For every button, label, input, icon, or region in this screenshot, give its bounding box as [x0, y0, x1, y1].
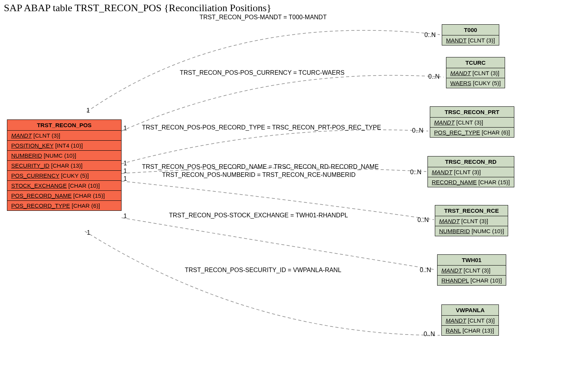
entity-field: SECURITY_ID [CHAR (13)] [7, 161, 121, 171]
cardinality-right: 0..N [410, 169, 421, 176]
cardinality-left: 1 [86, 107, 90, 114]
entity-field: POS_CURRENCY [CUKY (5)] [7, 171, 121, 181]
relation-text: TRST_RECON_POS-STOCK_EXCHANGE = TWH01-RH… [169, 212, 348, 219]
entity-trst-recon-rce: TRST_RECON_RCE MANDT [CLNT (3)]NUMBERID … [435, 205, 508, 236]
entity-field: POSITION_KEY [INT4 (10)] [7, 141, 121, 151]
entity-header: VWPANLA [442, 305, 498, 316]
entity-trsc-recon-prt: TRSC_RECON_PRT MANDT [CLNT (3)]POS_REC_T… [430, 106, 514, 138]
cardinality-right: 0..N [417, 217, 429, 224]
entity-t000: T000 MANDT [CLNT (3)] [442, 24, 499, 45]
entity-field: WAERS [CUKY (5)] [446, 78, 505, 88]
cardinality-right: 0..N [428, 73, 439, 80]
relation-text: TRST_RECON_POS-POS_RECORD_NAME = TRSC_RE… [142, 163, 379, 170]
entity-header: TCURC [446, 57, 505, 68]
entity-field: STOCK_EXCHANGE [CHAR (10)] [7, 181, 121, 191]
page-title: SAP ABAP table TRST_RECON_POS {Reconcili… [4, 2, 272, 14]
relation-text: TRST_RECON_POS-POS_CURRENCY = TCURC-WAER… [180, 69, 345, 76]
relation-text: TRST_RECON_POS-POS_RECORD_TYPE = TRSC_RE… [142, 124, 381, 131]
relation-text: TRST_RECON_POS-NUMBERID = TRST_RECON_RCE… [162, 172, 356, 178]
entity-tcurc: TCURC MANDT [CLNT (3)]WAERS [CUKY (5)] [446, 57, 505, 88]
cardinality-right: 0..N [420, 267, 431, 274]
entity-header: T000 [442, 25, 499, 35]
cardinality-right: 0..N [412, 127, 423, 134]
entity-main-header: TRST_RECON_POS [7, 120, 121, 131]
relation-text: TRST_RECON_POS-MANDT = T000-MANDT [199, 14, 327, 21]
entity-field: NUMBERID [NUMC (10)] [7, 151, 121, 161]
entity-field: MANDT [CLNT (3)] [7, 131, 121, 141]
entity-field: MANDT [CLNT (3)] [428, 167, 514, 177]
entity-field: MANDT [CLNT (3)] [442, 316, 498, 326]
entity-field: NUMBERID [NUMC (10)] [435, 226, 508, 236]
cardinality-left: 1 [123, 213, 127, 220]
entity-header: TRSC_RECON_RD [428, 156, 514, 167]
entity-trsc-recon-rd: TRSC_RECON_RD MANDT [CLNT (3)]RECORD_NAM… [427, 156, 514, 187]
entity-main: TRST_RECON_POS MANDT [CLNT (3)]POSITION_… [7, 119, 122, 211]
entity-twh01: TWH01 MANDT [CLNT (3)]RHANDPL [CHAR (10)… [437, 254, 506, 286]
entity-header: TRSC_RECON_PRT [430, 107, 514, 118]
entity-header: TRST_RECON_RCE [435, 205, 508, 216]
entity-field: MANDT [CLNT (3)] [430, 118, 514, 128]
entity-field: RECORD_NAME [CHAR (15)] [428, 177, 514, 187]
cardinality-left: 1 [87, 229, 90, 236]
entity-field: POS_RECORD_NAME [CHAR (15)] [7, 191, 121, 201]
cardinality-left: 1 [123, 160, 127, 167]
cardinality-left: 1 [123, 168, 127, 175]
entity-field: POS_REC_TYPE [CHAR (6)] [430, 128, 514, 137]
entity-field: RHANDPL [CHAR (10)] [438, 276, 506, 285]
cardinality-right: 0..N [424, 331, 435, 338]
entity-vwpanla: VWPANLA MANDT [CLNT (3)]RANL [CHAR (13)] [441, 304, 499, 336]
entity-field: MANDT [CLNT (3)] [446, 68, 505, 78]
relation-text: TRST_RECON_POS-SECURITY_ID = VWPANLA-RAN… [185, 267, 341, 274]
cardinality-right: 0..N [424, 32, 436, 39]
entity-field: MANDT [CLNT (3)] [442, 35, 499, 45]
entity-field: RANL [CHAR (13)] [442, 326, 498, 335]
cardinality-left: 1 [123, 175, 127, 182]
entity-field: POS_RECORD_TYPE [CHAR (6)] [7, 201, 121, 210]
cardinality-left: 1 [123, 125, 127, 132]
entity-field: MANDT [CLNT (3)] [435, 216, 508, 226]
entity-field: MANDT [CLNT (3)] [438, 266, 506, 276]
entity-header: TWH01 [438, 255, 506, 266]
